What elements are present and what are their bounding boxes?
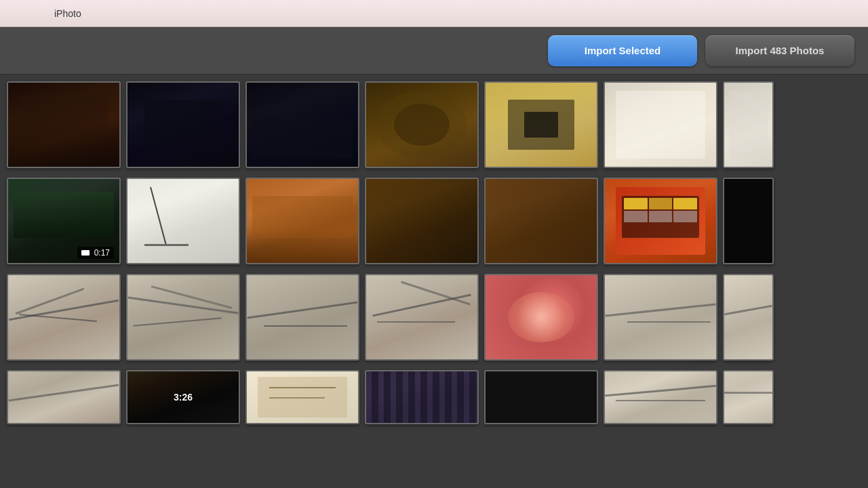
photo-grid: 0:17 — [0, 75, 868, 488]
photo-thumb[interactable] — [365, 178, 479, 264]
video-duration: 0:17 — [94, 248, 110, 258]
photo-row: 3:26 — [7, 370, 861, 424]
photo-thumb[interactable] — [604, 81, 717, 168]
title-bar: iPhoto — [0, 0, 868, 27]
photo-thumb[interactable] — [723, 178, 774, 264]
photo-thumb[interactable] — [126, 81, 240, 168]
photo-thumb[interactable] — [484, 370, 598, 424]
video-thumb[interactable]: 3:26 — [126, 370, 240, 424]
photo-thumb[interactable] — [365, 370, 479, 424]
photo-thumb[interactable] — [245, 370, 359, 424]
import-selected-button[interactable]: Import Selected — [548, 35, 697, 66]
photo-thumb[interactable] — [723, 370, 774, 424]
photo-thumb[interactable] — [604, 178, 717, 264]
photo-thumb[interactable] — [484, 274, 598, 361]
photo-thumb[interactable] — [723, 81, 774, 168]
photo-thumb[interactable] — [7, 81, 121, 168]
photo-thumb[interactable] — [365, 81, 479, 168]
photo-thumb[interactable] — [604, 274, 717, 361]
photo-thumb[interactable] — [245, 81, 359, 168]
photo-row: 0:17 — [7, 178, 861, 264]
photo-thumb[interactable] — [604, 370, 717, 424]
photo-thumb[interactable] — [7, 274, 121, 361]
toolbar: Import Selected Import 483 Photos — [0, 27, 868, 75]
photo-thumb[interactable] — [245, 178, 359, 264]
photo-thumb[interactable] — [723, 274, 774, 361]
photo-thumb[interactable] — [365, 274, 479, 361]
photo-thumb[interactable] — [245, 274, 359, 361]
photo-thumb[interactable] — [484, 81, 598, 168]
photo-row — [7, 81, 861, 168]
photo-thumb[interactable] — [126, 274, 240, 361]
import-all-button[interactable]: Import 483 Photos — [705, 35, 854, 66]
photo-thumb[interactable] — [126, 178, 240, 264]
photo-thumb[interactable] — [7, 370, 121, 424]
photo-thumb[interactable] — [484, 178, 598, 264]
photo-row — [7, 274, 861, 361]
app-title: iPhoto — [54, 8, 81, 19]
video-thumb[interactable]: 0:17 — [7, 178, 121, 264]
video-duration: 3:26 — [174, 392, 193, 403]
